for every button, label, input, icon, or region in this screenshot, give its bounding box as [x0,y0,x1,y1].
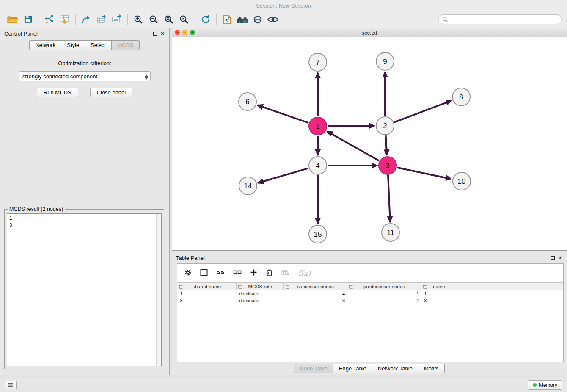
search-box[interactable] [438,14,562,24]
graph-edge-3-1[interactable] [327,131,379,160]
tab-network[interactable]: Network [29,40,61,50]
task-history-button[interactable] [5,381,17,389]
table-cell[interactable]: 1 [177,291,237,296]
zoom-fit-icon [164,14,174,25]
table-cell[interactable]: 3 [284,298,347,303]
graph-edge-1-6[interactable] [258,105,309,123]
add-column-button[interactable] [250,269,257,277]
run-mcds-button[interactable]: Run MCDS [37,88,78,97]
maximize-window-icon[interactable]: + [190,30,195,35]
column-grid-icon [238,285,242,289]
open-session-button[interactable] [5,13,20,26]
zoom-in-button[interactable] [131,13,146,26]
column-grid-icon [349,285,353,289]
open-folder-icon [7,15,18,24]
graph-edge-2-3[interactable] [386,135,387,155]
table-body: 1dominator4113dominator323 [177,290,563,304]
export-network-button[interactable] [79,13,94,26]
import-network-button[interactable] [42,13,57,26]
memory-label: Memory [539,382,557,388]
zoom-out-button[interactable] [146,13,161,26]
table-cell[interactable]: 3 [177,298,237,303]
toolbar-separator [127,14,128,25]
close-table-panel-icon[interactable]: ✕ [558,255,563,261]
mcds-result-title: MCDS result (2 nodes) [8,206,65,212]
search-input[interactable] [450,16,558,22]
list-icon [8,383,14,387]
tab-select[interactable]: Select [85,40,112,50]
network-window-titlebar[interactable]: scc.txt × − + [172,28,567,37]
graph-node-label: 2 [383,122,387,130]
deselect-all-button[interactable] [233,269,242,277]
table-cell[interactable]: dominator [237,291,284,296]
table-tabs: Node TableEdge TableNetwork TableMotifs [172,364,567,373]
tab-style[interactable]: Style [61,40,85,50]
table-cell[interactable]: 1 [347,291,421,296]
table-cell[interactable]: 4 [284,291,347,296]
table-cell[interactable]: 1 [421,291,457,296]
zoom-selected-button[interactable] [176,13,192,26]
save-session-button[interactable] [20,13,36,26]
graph-node-label: 1 [316,122,319,130]
column-header-successor-nodes[interactable]: successor nodes [284,283,347,290]
status-bar: Memory [0,378,567,392]
graph-node-label: 4 [316,162,319,170]
mcds-panel: Optimization criterion: strongly connect… [0,60,169,97]
table-row[interactable]: 1dominator411 [177,290,563,297]
float-table-panel-icon[interactable] [551,256,555,260]
home-layout-button[interactable] [235,13,250,26]
close-panel-button[interactable]: Close panel [90,88,133,97]
close-window-icon[interactable]: × [175,30,180,35]
table-cell[interactable]: 2 [347,298,421,303]
export-image-button[interactable] [109,13,124,26]
function-builder-button[interactable]: f(x) [298,269,311,277]
tab-mcds[interactable]: MCDS [111,40,139,50]
column-header-name[interactable]: name [421,283,457,290]
import-table-icon [60,14,70,25]
graph-node-label: 15 [314,230,322,238]
graph-node-label: 11 [387,229,394,237]
tab-network-table[interactable]: Network Table [372,364,418,373]
graph-node-label: 6 [245,98,249,106]
column-header-MCDS-role[interactable]: MCDS role [237,283,284,290]
float-panel-icon[interactable] [153,32,157,36]
network-view-window: scc.txt × − + 1234678910111415 [172,28,567,251]
style-painter-button[interactable] [250,13,265,26]
delete-column-button[interactable] [266,269,273,278]
table-settings-button[interactable] [184,269,192,278]
graph-edge-3-11[interactable] [388,175,390,222]
show-columns-button[interactable] [200,269,208,277]
close-control-panel-icon[interactable]: ✕ [160,31,165,36]
column-header-shared-name[interactable]: shared name [177,283,237,290]
select-all-button[interactable] [216,269,225,277]
network-from-file-button[interactable] [220,13,235,26]
graph-edge-2-8[interactable] [394,101,451,122]
graph-edge-1-2[interactable] [328,126,374,126]
minimize-window-icon[interactable]: − [182,30,187,35]
column-header-predecessor-nodes[interactable]: predecessor nodes [347,283,421,290]
column-header-filler [457,283,563,290]
network-canvas[interactable]: 1234678910111415 [172,38,567,250]
result-scrollbar[interactable] [156,214,161,366]
tab-motifs[interactable]: Motifs [418,364,445,373]
graph-node-label: 3 [385,162,389,170]
graph-node-label: 9 [383,58,387,66]
mcds-result-text[interactable]: 1 3 [7,213,162,366]
memory-button[interactable]: Memory [528,380,562,390]
table-panel: Table Panel ✕ [172,252,567,375]
import-table-button[interactable] [57,13,72,26]
refresh-button[interactable] [198,13,213,26]
table-cell[interactable]: dominator [237,298,284,303]
criterion-select[interactable]: strongly connected component [19,71,151,81]
graph-edge-4-14[interactable] [258,168,308,183]
export-table-button[interactable] [94,13,109,26]
show-hide-button[interactable] [265,13,281,26]
zoom-fit-button[interactable] [161,13,176,26]
table-cell[interactable]: 3 [421,298,457,303]
tab-node-table[interactable]: Node Table [294,364,333,373]
graph-edge-3-10[interactable] [397,168,451,179]
tab-edge-table[interactable]: Edge Table [333,364,372,373]
zoom-out-icon [149,14,159,25]
delete-table-button[interactable] [281,269,290,277]
table-row[interactable]: 3dominator323 [177,297,563,304]
